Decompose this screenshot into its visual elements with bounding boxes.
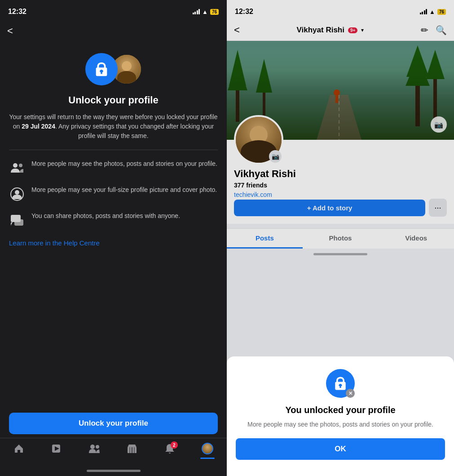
unlock-desc-suffix: . Any privacy settings that you changed … <box>55 123 214 139</box>
active-indicator <box>200 458 215 459</box>
left-home-indicator <box>0 465 227 476</box>
right-panel: 12:32 ▲ 76 < Vikhyat Rishi 9+ ▾ ✏ 🔍 <box>227 0 454 476</box>
left-panel: 12:32 ▲ 76 < Unlo <box>0 0 227 476</box>
svg-point-1 <box>19 164 22 167</box>
divider <box>9 150 218 150</box>
modal-title: You unlocked your profile <box>285 405 395 415</box>
left-footer: Unlock your profile <box>0 405 227 434</box>
feature-item-3: You can share photos, posts and stories … <box>9 211 218 228</box>
chat-icon <box>9 212 25 228</box>
unlock-description: Your settings will return to the way the… <box>9 112 218 141</box>
svg-rect-5 <box>14 219 23 226</box>
modal-overlay: ✕ You unlocked your profile More people … <box>227 0 454 476</box>
nav-item-marketplace[interactable] <box>127 443 137 454</box>
marketplace-icon <box>127 443 137 454</box>
home-indicator-bar <box>87 470 141 472</box>
person-circle-icon <box>9 186 25 202</box>
nav-item-watch[interactable] <box>51 443 62 454</box>
signal-icon <box>193 9 200 14</box>
feature-list: More people may see the photos, posts an… <box>9 159 218 228</box>
left-status-time: 12:32 <box>8 8 26 16</box>
modal-x-badge: ✕ <box>346 389 355 398</box>
unlock-title: Unlock your profile <box>9 94 218 106</box>
modal-ok-button[interactable]: OK <box>236 438 445 460</box>
modal-lock-icon: ✕ <box>326 369 355 398</box>
modal-shield-icon <box>332 375 348 391</box>
left-status-bar: 12:32 ▲ 76 <box>0 0 227 20</box>
left-status-icons: ▲ 76 <box>193 9 219 15</box>
svg-point-3 <box>15 190 19 195</box>
notifications-badge: 2 <box>171 441 178 449</box>
friends-icon <box>88 443 100 454</box>
feature-item-2: More people may see your full-size profi… <box>9 185 218 202</box>
watch-icon <box>51 443 62 454</box>
nav-item-home[interactable] <box>13 443 24 454</box>
nav-item-friends[interactable] <box>88 443 100 454</box>
profile-icons-row <box>9 53 218 85</box>
nav-item-profile[interactable] <box>202 443 213 454</box>
unlock-profile-button[interactable]: Unlock your profile <box>9 413 218 434</box>
modal-description: More people may see the photos, posts an… <box>247 420 433 429</box>
people-icon <box>9 160 25 176</box>
feature-item-1: More people may see the photos, posts an… <box>9 159 218 176</box>
svg-point-8 <box>90 445 95 449</box>
lock-date: 29 Jul 2024 <box>22 123 55 130</box>
left-header: < <box>0 20 227 42</box>
unlock-success-modal: ✕ You unlocked your profile More people … <box>227 356 454 476</box>
feature-text-1: More people may see the photos, posts an… <box>31 159 217 169</box>
lock-shield-icon <box>93 61 110 78</box>
home-icon <box>13 443 24 454</box>
right-home-indicator-bar <box>313 253 367 255</box>
left-content: Unlock your profile Your settings will r… <box>0 42 227 405</box>
svg-point-0 <box>13 163 18 168</box>
wifi-icon: ▲ <box>202 9 208 15</box>
lock-circle <box>85 53 118 85</box>
battery-badge: 76 <box>210 9 219 15</box>
back-button[interactable]: < <box>7 23 17 39</box>
svg-point-9 <box>96 445 99 449</box>
feature-text-2: More people may see your full-size profi… <box>31 185 217 195</box>
bottom-nav: 2 <box>0 438 227 465</box>
help-centre-link[interactable]: Learn more in the Help Centre <box>9 239 100 247</box>
feature-text-3: You can share photos, posts and stories … <box>31 211 180 221</box>
nav-profile-avatar <box>202 443 213 454</box>
nav-item-notifications[interactable]: 2 <box>164 443 175 454</box>
